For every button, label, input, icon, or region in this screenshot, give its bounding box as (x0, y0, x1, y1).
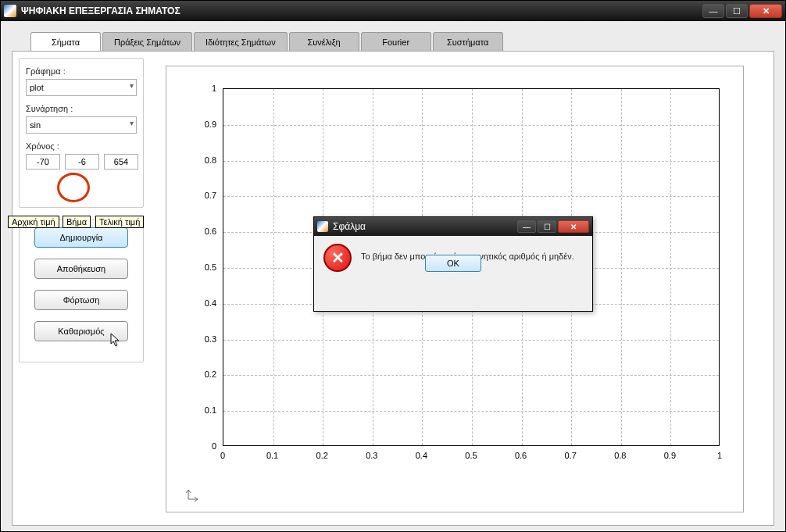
tooltip-step: Βήμα (63, 216, 91, 228)
dialog-title: Σφάλμα (333, 221, 366, 232)
x-tick-label: 0.3 (366, 451, 377, 460)
y-tick-label: 0.3 (193, 334, 216, 344)
x-tick-label: 0.7 (565, 451, 577, 460)
maximize-button[interactable] (726, 4, 748, 18)
axes-origin-icon (185, 487, 201, 502)
x-tick-label: 0.4 (416, 451, 427, 460)
window-title: ΨΗΦΙΑΚΗ ΕΠΕΞΕΡΓΑΣΙΑ ΣΗΜΑΤΟΣ (21, 5, 180, 16)
params-group: Γράφημα : Συνάρτηση : Χρόνος : (19, 58, 144, 208)
tab-fourier[interactable]: Fourier (361, 32, 431, 52)
minimize-button[interactable] (702, 4, 724, 18)
error-icon (323, 244, 352, 272)
tooltip-start: Αρχική τιμή (8, 216, 59, 228)
time-end-input[interactable] (104, 154, 138, 170)
matlab-icon (317, 221, 328, 232)
ok-button[interactable]: OK (425, 255, 481, 272)
time-step-input[interactable] (65, 154, 99, 170)
gridline-h (223, 340, 719, 341)
y-tick-label: 0 (193, 441, 216, 451)
close-button[interactable] (749, 4, 782, 18)
y-tick-label: 0.1 (193, 405, 216, 415)
x-tick-label: 0.1 (266, 451, 278, 460)
gridline-h (223, 196, 719, 197)
tab-strip: Σήματα Πράξεις Σημάτων Ιδιότητες Σημάτων… (30, 32, 774, 52)
tab-properties[interactable]: Ιδιότητες Σημάτων (194, 32, 288, 52)
tab-systems[interactable]: Συστήματα (433, 32, 503, 52)
create-button[interactable]: Δημιουργία (34, 227, 128, 248)
function-select[interactable] (26, 116, 137, 134)
y-tick-label: 0.5 (193, 262, 216, 272)
gridline-h (223, 375, 719, 376)
graph-select[interactable] (26, 79, 137, 96)
matlab-icon (4, 5, 16, 17)
gridline-v (670, 89, 671, 445)
y-tick-label: 0.2 (193, 370, 216, 379)
x-tick-label: 0.9 (664, 451, 676, 460)
gridline-v (273, 89, 274, 445)
x-tick-label: 1 (717, 451, 722, 460)
clear-button[interactable]: Καθαρισμός (34, 321, 128, 341)
graph-label: Γράφημα : (26, 66, 137, 76)
main-window: ΨΗΦΙΑΚΗ ΕΠΕΞΕΡΓΑΣΙΑ ΣΗΜΑΤΟΣ Σήματα Πράξε… (0, 0, 786, 532)
tab-operations[interactable]: Πράξεις Σημάτων (102, 32, 192, 52)
tooltip-end: Τελική τιμή (95, 216, 144, 228)
x-tick-label: 0.2 (316, 451, 328, 460)
x-tick-label: 0 (220, 451, 225, 460)
y-tick-label: 0.7 (193, 191, 216, 200)
error-dialog: Σφάλμα Το βήμα δεν μπορεί να είναι αρνητ… (313, 216, 593, 312)
time-start-input[interactable] (26, 154, 60, 170)
gridline-h (223, 161, 719, 162)
gridline-h (223, 411, 719, 412)
y-tick-label: 0.4 (193, 298, 216, 308)
x-tick-label: 0.6 (515, 451, 527, 460)
y-tick-label: 0.9 (193, 120, 216, 129)
dialog-titlebar[interactable]: Σφάλμα (314, 217, 592, 236)
actions-group: Δημιουργία Αποθήκευση Φόρτωση Καθαρισμός (19, 219, 144, 362)
y-tick-label: 1 (193, 84, 216, 93)
x-tick-label: 0.5 (465, 451, 477, 460)
load-button[interactable]: Φόρτωση (34, 290, 128, 310)
y-tick-label: 0.8 (193, 155, 216, 165)
time-label: Χρόνος : (26, 141, 137, 151)
dialog-minimize-button[interactable] (517, 220, 536, 233)
save-button[interactable]: Αποθήκευση (34, 259, 128, 279)
x-tick-label: 0.8 (614, 451, 626, 460)
titlebar[interactable]: ΨΗΦΙΑΚΗ ΕΠΕΞΕΡΓΑΣΙΑ ΣΗΜΑΤΟΣ (1, 1, 785, 21)
dialog-maximize-button[interactable] (538, 220, 556, 233)
gridline-v (621, 89, 622, 445)
function-label: Συνάρτηση : (26, 104, 137, 113)
gridline-h (223, 125, 719, 126)
y-tick-label: 0.6 (193, 227, 216, 236)
tab-convolution[interactable]: Συνέλιξη (289, 32, 359, 52)
tab-signals[interactable]: Σήματα (30, 32, 101, 52)
dialog-close-button[interactable] (558, 220, 589, 233)
